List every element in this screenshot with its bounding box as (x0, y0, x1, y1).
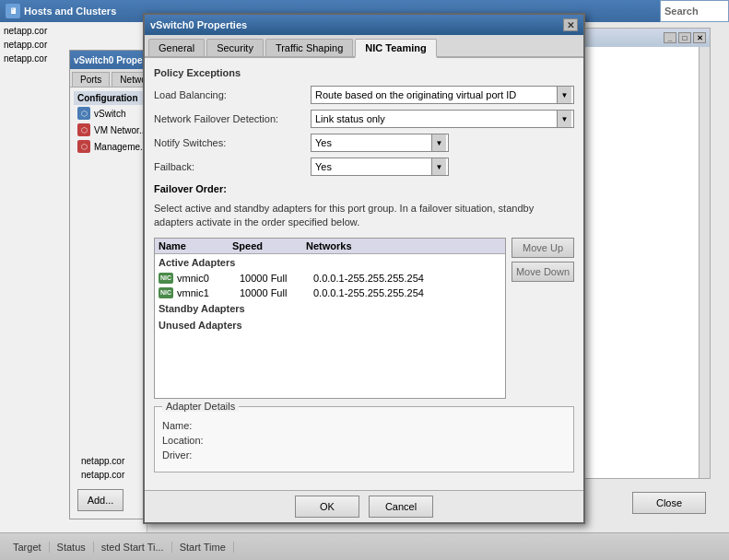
failback-value: Yes (313, 161, 431, 172)
tab-security[interactable]: Security (206, 39, 264, 56)
inner-tab-ports[interactable]: Ports (72, 72, 110, 87)
vmnic1-speed: 10000 Full (240, 287, 313, 298)
vmnic0-name: vmnic0 (177, 273, 240, 284)
cancel-button[interactable]: Cancel (369, 496, 433, 518)
notify-switches-label: Notify Switches: (154, 137, 311, 148)
notify-switches-select[interactable]: Yes ▼ (311, 134, 449, 152)
failover-detection-arrow: ▼ (557, 111, 571, 127)
config-item-management-label: Manageme... (94, 142, 147, 152)
dialog-content: Policy Exceptions Load Balancing: Route … (145, 58, 583, 510)
bg-right-titlebar: _ □ ✕ (564, 29, 710, 47)
move-up-button[interactable]: Move Up (511, 238, 574, 258)
col-name: Name (159, 240, 232, 251)
add-button[interactable]: Add... (77, 489, 123, 511)
failover-detection-row: Network Failover Detection: Link status … (154, 110, 574, 128)
status-start-time2: Start Time (172, 542, 234, 553)
main-dialog: vSwitch0 Properties ✕ General Security T… (143, 13, 585, 524)
left-item-label-3: netapp.cor (4, 53, 47, 64)
app-icon: 🖥 (6, 4, 20, 18)
dialog-title: vSwitch0 Properties (150, 19, 563, 30)
failover-detection-select[interactable]: Link status only ▼ (311, 110, 574, 128)
move-down-button[interactable]: Move Down (511, 262, 574, 282)
adapter-table: Name Speed Networks Active Adapters NIC … (154, 238, 506, 399)
load-balancing-label: Load Balancing: (154, 89, 311, 100)
bg-right-panel: _ □ ✕ (563, 28, 711, 479)
col-speed: Speed (232, 240, 306, 251)
col-networks: Networks (306, 240, 501, 251)
search-area[interactable]: Search (660, 0, 729, 22)
close-icon[interactable]: ✕ (693, 32, 706, 43)
adapter-details-legend: Adapter Details (162, 401, 239, 412)
active-adapters-label: Active Adapters (155, 254, 505, 271)
move-buttons: Move Up Move Down (511, 238, 574, 399)
search-label: Search (664, 6, 699, 17)
driver-label: Driver: (162, 449, 192, 461)
dialog-titlebar: vSwitch0 Properties ✕ (145, 15, 583, 35)
adapter-table-wrapper: Name Speed Networks Active Adapters NIC … (154, 238, 574, 399)
status-bar: Target Status sted Start Ti... Start Tim… (0, 532, 729, 560)
tab-traffic-shaping[interactable]: Traffic Shaping (265, 39, 353, 56)
failover-detection-label: Network Failover Detection: (154, 113, 311, 124)
failover-detection-value: Link status only (313, 113, 557, 124)
name-label: Name: (162, 420, 192, 431)
load-balancing-value: Route based on the originating virtual p… (313, 89, 557, 100)
notify-switches-arrow: ▼ (431, 134, 446, 151)
left-item-1[interactable]: netapp.cor (0, 24, 147, 38)
vmnic0-networks: 0.0.0.1-255.255.255.254 (313, 273, 501, 284)
config-item-vswitch-label: vSwitch (94, 109, 125, 119)
tab-nic-teaming[interactable]: NIC Teaming (355, 39, 436, 58)
ok-button[interactable]: OK (295, 496, 359, 518)
standby-adapters-label: Standby Adapters (155, 300, 505, 317)
vmnic1-name: vmnic1 (177, 287, 240, 298)
unused-adapters-label: Unused Adapters (155, 317, 505, 333)
failback-select[interactable]: Yes ▼ (311, 158, 449, 176)
management-icon: ⬡ (77, 140, 90, 153)
left-item-label-2: netapp.cor (4, 40, 47, 50)
maximize-icon[interactable]: □ (678, 32, 691, 43)
left-item-bottom-2[interactable]: netapp.cor (77, 468, 128, 482)
adapter-row-vmnic1[interactable]: NIC vmnic1 10000 Full 0.0.0.1-255.255.25… (155, 286, 505, 300)
policy-title: Policy Exceptions (154, 67, 574, 78)
notify-switches-value: Yes (313, 137, 431, 148)
status-start-time: sted Start Ti... (94, 542, 172, 553)
dialog-close-button[interactable]: ✕ (563, 18, 578, 31)
left-panel: netapp.cor netapp.cor netapp.cor vSwitch… (0, 22, 147, 532)
vmnic0-icon: NIC (159, 273, 173, 284)
vmnic1-networks: 0.0.0.1-255.255.255.254 (313, 287, 501, 298)
failback-row: Failback: Yes ▼ (154, 158, 574, 176)
load-balancing-row: Load Balancing: Route based on the origi… (154, 86, 574, 104)
status-target: Target (6, 542, 50, 553)
failover-desc: Select active and standby adapters for t… (154, 202, 574, 230)
adapter-row-vmnic0[interactable]: NIC vmnic0 10000 Full 0.0.0.1-255.255.25… (155, 271, 505, 286)
notify-switches-row: Notify Switches: Yes ▼ (154, 134, 574, 152)
adapter-details: Adapter Details Name: Location: Driver: (154, 406, 574, 472)
vswitch-icon: ⬡ (77, 107, 90, 120)
dialog-buttons: OK Cancel (145, 490, 583, 522)
vmnic0-speed: 10000 Full (240, 273, 313, 284)
vmnetwork-icon: ⬡ (77, 123, 90, 136)
left-item-label: netapp.cor (4, 26, 47, 36)
vmnic1-icon: NIC (159, 287, 173, 298)
config-item-vmnetwork-label: VM Networ... (94, 125, 147, 135)
load-balancing-select[interactable]: Route based on the originating virtual p… (311, 86, 574, 104)
tab-general[interactable]: General (148, 39, 205, 56)
failover-order-title: Failover Order: (154, 183, 574, 194)
minimize-icon[interactable]: _ (664, 32, 676, 43)
adapter-table-header: Name Speed Networks (155, 239, 505, 254)
dialog-tabs: General Security Traffic Shaping NIC Tea… (145, 35, 583, 58)
failback-label: Failback: (154, 161, 311, 172)
left-item-bottom-1[interactable]: netapp.cor (77, 454, 128, 468)
status-status: Status (50, 542, 94, 553)
location-label: Location: (162, 435, 204, 446)
close-button[interactable]: Close (632, 492, 706, 514)
scrollbar[interactable] (699, 47, 710, 478)
load-balancing-arrow: ▼ (557, 87, 571, 103)
failback-arrow: ▼ (431, 158, 446, 175)
